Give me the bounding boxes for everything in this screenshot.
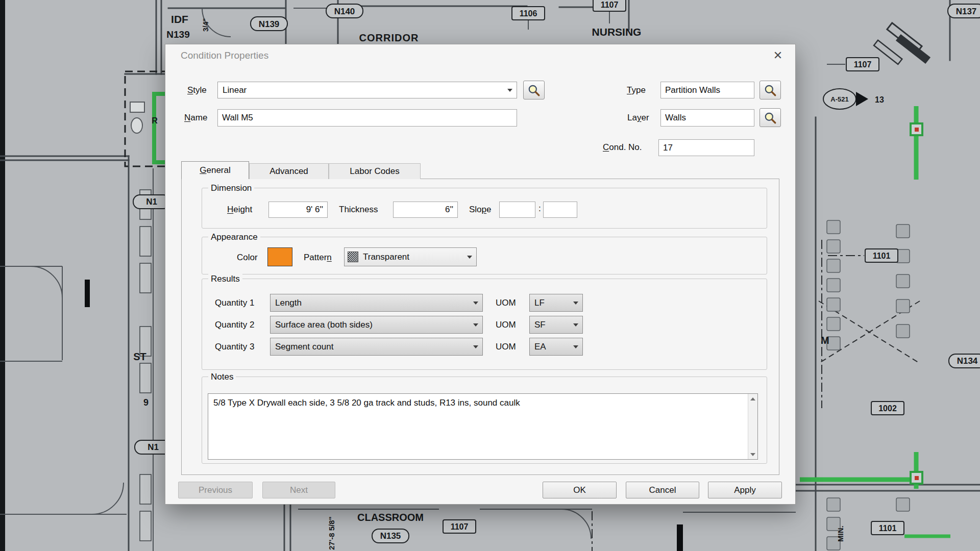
quantity-2-value: Surface area (both sides) [271,320,469,330]
style-search-button[interactable] [523,81,545,99]
tab-general[interactable]: General [181,161,249,179]
previous-button[interactable]: Previous [178,482,253,498]
label-min-vertical: MIN. [836,525,845,542]
tag-n135: N135 [380,531,401,541]
condition-properties-dialog: Condition Properties ✕ Style Linear Type… [165,44,796,505]
close-icon[interactable]: ✕ [771,48,785,63]
quantity-1-value: Length [271,298,469,308]
chevron-down-icon[interactable] [469,323,482,327]
results-group: Results Quantity 1 Length UOM LF Quantit… [202,279,767,370]
tag-1107-top: 1107 [601,1,619,9]
pattern-combobox[interactable]: Transparent [344,247,477,266]
label-m-partial: M [821,335,829,346]
tag-1002: 1002 [878,404,897,413]
tab-advanced[interactable]: Advanced [249,163,329,179]
style-combobox[interactable]: Linear [217,82,517,98]
name-field[interactable] [217,109,517,127]
uom-2-label: UOM [496,320,516,330]
pattern-swatch-icon [348,252,358,262]
search-icon [764,111,777,124]
tag-1101-bottom: 1101 [879,524,897,533]
slope-field-1[interactable] [499,202,535,218]
uom-1-combobox[interactable]: LF [529,294,583,312]
cancel-button[interactable]: Cancel [626,482,699,498]
color-label: Color [237,253,258,263]
scroll-up-icon[interactable] [749,394,757,403]
label-idf: IDF [171,13,188,25]
chevron-down-icon[interactable] [569,323,582,327]
name-label: Name [184,113,207,123]
notes-text: 5/8 Type X Drywall each side, 3 5/8 20 g… [208,394,748,459]
a521-detail: 13 [875,95,884,104]
label-nursing: NURSING [592,26,642,38]
tag-1101-right: 1101 [873,252,891,260]
tag-a521: A-521 [830,95,848,103]
layer-search-button[interactable] [760,108,781,127]
uom-3-value: EA [530,342,569,352]
label-classroom: CLASSROOM [357,512,424,523]
height-label: Height [227,205,252,215]
search-icon [527,84,541,97]
quantity-1-combobox[interactable]: Length [270,294,483,312]
dimension-group-label: Dimension [208,183,254,193]
tag-n137: N137 [956,7,977,16]
type-label: Type [627,85,646,95]
chevron-down-icon[interactable] [569,302,582,305]
tag-n140: N140 [334,7,355,16]
notes-group-label: Notes [208,372,236,382]
tag-1107-right: 1107 [854,60,872,69]
tag-1107-bottom: 1107 [451,522,469,531]
quantity-3-combobox[interactable]: Segment count [270,338,483,356]
tag-n139: N139 [259,19,280,29]
slope-field-2[interactable] [543,202,577,218]
type-field[interactable] [660,82,754,98]
uom-3-combobox[interactable]: EA [529,338,583,356]
layer-field[interactable] [660,109,754,127]
ok-button[interactable]: OK [543,482,617,498]
cond-no-field[interactable] [658,139,754,156]
type-search-button[interactable] [760,81,781,99]
height-field[interactable] [268,202,328,218]
label-corridor: CORRIDOR [359,32,419,43]
chevron-down-icon[interactable] [469,302,482,305]
style-value: Linear [218,85,503,95]
chevron-down-icon[interactable] [469,345,482,348]
quantity-2-label: Quantity 2 [215,320,255,330]
chevron-down-icon[interactable] [463,256,476,259]
label-nine: 9 [143,397,149,408]
uom-2-combobox[interactable]: SF [529,316,583,334]
cond-no-label: Cond. No. [603,142,642,153]
notes-scrollbar[interactable] [748,394,757,459]
next-button[interactable]: Next [262,482,335,498]
dialog-title: Condition Properties [181,50,268,61]
blueprint-edge-band [0,0,5,551]
thickness-label: Thickness [339,205,378,215]
chevron-down-icon[interactable] [503,89,517,92]
tag-n1-b: N1 [148,442,159,452]
tag-n134: N134 [957,356,978,366]
pattern-label: Pattern [304,253,332,263]
quantity-3-label: Quantity 3 [215,342,255,352]
dimension-group: Dimension Height Thickness Slope : [202,188,767,229]
thickness-field[interactable] [393,202,458,218]
uom-3-label: UOM [496,342,516,352]
label-n139-text: N139 [166,29,189,40]
apply-button[interactable]: Apply [708,482,782,498]
label-st-partial: ST [133,351,146,362]
color-swatch[interactable] [267,247,292,266]
slope-ratio-separator: : [538,204,541,214]
pattern-value: Transparent [358,252,463,262]
dim-27-8: 27'-8 5/8" [327,516,336,550]
notes-group: Notes 5/8 Type X Drywall each side, 3 5/… [202,377,767,464]
blueprint-door-ticks [140,190,151,541]
style-label: Style [187,85,207,95]
quantity-1-label: Quantity 1 [215,298,255,308]
quantity-3-value: Segment count [271,342,469,352]
quantity-2-combobox[interactable]: Surface area (both sides) [270,316,483,334]
chevron-down-icon[interactable] [569,345,582,348]
results-group-label: Results [208,274,242,284]
notes-textarea[interactable]: 5/8 Type X Drywall each side, 3 5/8 20 g… [208,393,758,460]
scroll-down-icon[interactable] [749,450,757,459]
search-icon [764,84,777,97]
tab-labor-codes[interactable]: Labor Codes [329,163,421,179]
